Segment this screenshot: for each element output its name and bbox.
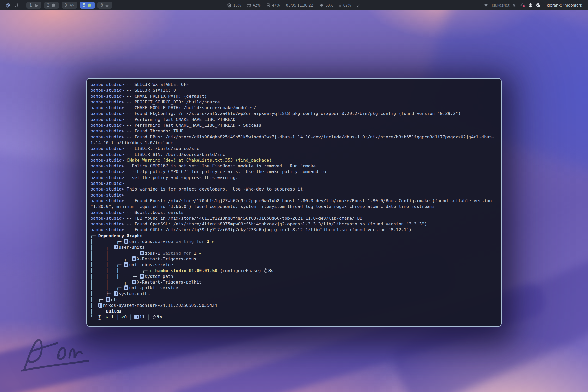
terminal-line: bambu-studio> -- Performing Test CMAKE_H… <box>90 123 498 128</box>
terminal-line: ├──── Builds <box>90 309 498 314</box>
cpu-value: 16% <box>233 3 241 7</box>
bar-center-cluster: 16%42%47% 05/05 11:30:22 60%62% <box>227 3 361 8</box>
terminal-line: bambu-studio> -- PROJECT_SOURCE_DIR: /bu… <box>90 99 498 105</box>
screen-off-stat <box>356 3 361 7</box>
slack-icon <box>105 3 109 7</box>
terminal-line: │ ┌─ unit-dbus.service waiting for 1 ▸ <box>90 239 498 244</box>
status-bar: 123</>58 16%42%47% 05/05 11:30:22 60%62%… <box>0 0 588 10</box>
terminal-line: bambu-studio> -- Found Boost: /nix/store… <box>90 198 498 204</box>
terminal-line: bambu-studio> -- Performing Test CMAKE_H… <box>90 117 498 123</box>
workspace-1[interactable]: 1 <box>26 2 41 9</box>
terminal-line: bambu-studio> <box>90 181 498 186</box>
system-stats: 16%42%47% <box>227 3 280 8</box>
paused-build-icon <box>134 315 139 319</box>
terminal-line: bambu-studio> -- Found CURL: /nix/store/… <box>90 227 498 233</box>
terminal-line: bambu-studio> set the policy and suppres… <box>90 175 498 181</box>
volume-value: 60% <box>325 3 333 7</box>
paused-build-icon <box>114 291 118 296</box>
moon-icon <box>34 3 38 7</box>
terminal-output: bambu-studio> -- SLIC3R_WX_STABLE: OFFba… <box>90 82 498 320</box>
code-icon: </> <box>69 3 74 7</box>
gear-icon[interactable] <box>5 3 10 8</box>
terminal-line: │ │ ┌─ X-Restart-Triggers-polkit <box>90 279 498 285</box>
bluetooth-icon[interactable] <box>513 3 516 8</box>
cpu-stat: 16% <box>227 3 241 8</box>
terminal-line: bambu-studio> --help-policy CMP0167" for… <box>90 169 498 175</box>
terminal-line: bambu-studio> <box>90 192 498 198</box>
paused-build-icon <box>124 262 128 267</box>
terminal-line: │ ┌─ etc <box>90 297 498 303</box>
terminal-line: │ │ │ ┌─ system-path <box>90 274 498 279</box>
terminal-window[interactable]: bambu-studio> -- SLIC3R_WX_STABLE: OFFba… <box>86 78 502 327</box>
paused-build-icon <box>114 245 118 249</box>
terminal-line: bambu-studio> CMake Warning (dev) at CMa… <box>90 157 498 163</box>
terminal-line: │ ┌─ user-units <box>90 244 498 250</box>
cpu-icon <box>227 3 232 8</box>
battery-stat: 62% <box>338 3 351 8</box>
spinner-red-tray-icon[interactable] <box>520 3 525 8</box>
terminal-line: │ nixos-system-moonlark-24.11.20250505.5… <box>90 303 498 308</box>
steam-tray-icon[interactable] <box>536 3 541 8</box>
volume-icon <box>319 3 324 7</box>
terminal-line: bambu-studio> -- SLIC3R_WX_STABLE: OFF <box>90 82 498 88</box>
music-note-icon[interactable] <box>14 3 19 8</box>
stopwatch-icon <box>152 315 156 319</box>
workspace-5-active[interactable]: 5 <box>80 2 95 9</box>
terminal-line: "1.80.0", minimum required is "1.66.0") … <box>90 204 498 210</box>
terminal-line: └─ ∑ ▸ 1 │ ✔0 │ 11 │ 9s <box>90 314 498 320</box>
workspace-2[interactable]: 2 <box>44 2 59 9</box>
clock: 05/05 11:30:22 <box>286 3 313 7</box>
network-name: KlukasNet <box>492 3 510 7</box>
terminal-line: bambu-studio> -- CMAKE_PREFIX_PATH: (def… <box>90 94 498 99</box>
volume-battery-stats: 60%62% <box>319 3 361 8</box>
workspace-number: 8 <box>101 3 103 8</box>
disk-icon <box>266 3 271 7</box>
bar-right-cluster: KlukasNet kierank@moonlark <box>483 3 582 8</box>
wifi-icon[interactable] <box>483 3 488 7</box>
paused-build-icon <box>124 239 128 244</box>
terminal-line: bambu-studio> -- Found DBus: /nix/store/… <box>90 134 498 140</box>
workspace-8[interactable]: 8 <box>97 2 112 9</box>
terminal-line: │ │ ┌─ X-Restart-Triggers-dbus <box>90 256 498 262</box>
paused-build-icon <box>132 280 136 284</box>
workspace-3[interactable]: 3</> <box>62 2 77 9</box>
stopwatch-icon <box>264 268 268 273</box>
terminal-line: bambu-studio> -- Found Threads: TRUE <box>90 128 498 134</box>
workspace-switcher: 123</>58 <box>26 2 112 9</box>
terminal-line: bambu-studio> -- TBB found in /nix/store… <box>90 216 498 221</box>
terminal-line: │ │ ┌─ unit-polkit.service <box>90 285 498 291</box>
terminal-line: bambu-studio> Policy CMP0167 is not set:… <box>90 163 498 169</box>
terminal-line: bambu-studio> -- LIBDIR: /build/source/s… <box>90 146 498 151</box>
workspace-number: 1 <box>29 3 32 8</box>
memory-icon <box>247 3 251 8</box>
system-tray <box>520 3 541 8</box>
workspace-number: 2 <box>47 3 50 8</box>
memory-stat: 42% <box>247 3 261 8</box>
disk-stat: 47% <box>266 3 280 7</box>
terminal-line: bambu-studio> -- CMAKE_MODULE_PATH: /bui… <box>90 105 498 111</box>
terminal-line: │ │ ┌─ unit-dbus.service <box>90 262 498 268</box>
terminal-line: │ │ ┌─ dbus-1 waiting for 1 ▸ <box>90 250 498 256</box>
artist-signature <box>18 331 99 378</box>
paused-build-icon <box>140 274 144 279</box>
paused-build-icon <box>98 303 102 308</box>
snowflake-tray-icon[interactable] <box>528 3 533 8</box>
terminal-line: bambu-studio> -- Found OpenSSL: /nix/sto… <box>90 221 498 227</box>
terminal-line: 1.14.10-lib/lib/dbus-1.0/include <box>90 140 498 146</box>
paused-build-icon <box>132 256 136 261</box>
terminal-line: │ ├─ system-units <box>90 291 498 297</box>
terminal-line: ┌─ Dependency Graph: <box>90 233 498 239</box>
volume-stat: 60% <box>319 3 333 7</box>
terminal-line: bambu-studio> -- Boost::boost exists <box>90 210 498 216</box>
bar-left-cluster: 123</>58 <box>5 2 112 9</box>
workspace-number: 3 <box>65 3 67 8</box>
terminal-line: bambu-studio> This warning is for projec… <box>90 186 498 192</box>
terminal-line: bambu-studio> -- SLIC3R_STATIC: 0 <box>90 88 498 93</box>
ghost-icon <box>88 3 92 7</box>
paused-build-icon <box>124 285 128 290</box>
paused-build-icon <box>140 251 144 255</box>
battery-value: 62% <box>343 3 351 7</box>
user-host-label: kierank@moonlark <box>547 3 582 7</box>
terminal-line: bambu-studio> -- LIBDIR_BIN: /build/sour… <box>90 152 498 157</box>
ghost-icon <box>52 3 56 7</box>
